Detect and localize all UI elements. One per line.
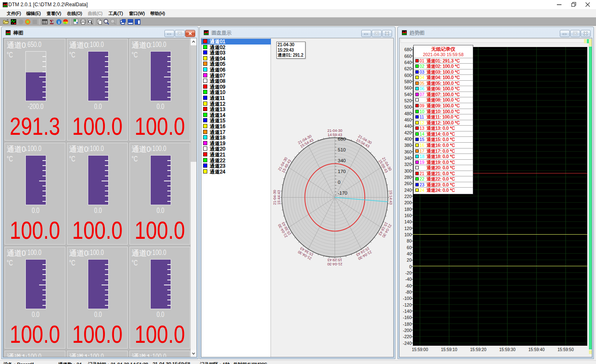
svg-text:0: 0 — [338, 180, 340, 185]
svg-text:14:59:43: 14:59:43 — [328, 133, 342, 137]
svg-text:-170: -170 — [338, 191, 348, 196]
svg-text:340: 340 — [338, 158, 346, 163]
svg-text:15:29:43: 15:29:43 — [328, 258, 342, 262]
svg-text:21-04-30: 21-04-30 — [327, 129, 342, 133]
svg-text:21-04-30: 21-04-30 — [273, 190, 277, 205]
svg-text:15:44:43: 15:44:43 — [277, 190, 281, 205]
svg-text:510: 510 — [338, 147, 346, 152]
svg-text:21-04-30: 21-04-30 — [327, 262, 342, 266]
svg-text:15:14:43: 15:14:43 — [389, 190, 393, 205]
svg-text:i: i — [58, 20, 60, 25]
svg-text:170: 170 — [338, 169, 346, 174]
svg-text:680: 680 — [338, 136, 346, 141]
svg-text:Σ: Σ — [50, 19, 54, 25]
